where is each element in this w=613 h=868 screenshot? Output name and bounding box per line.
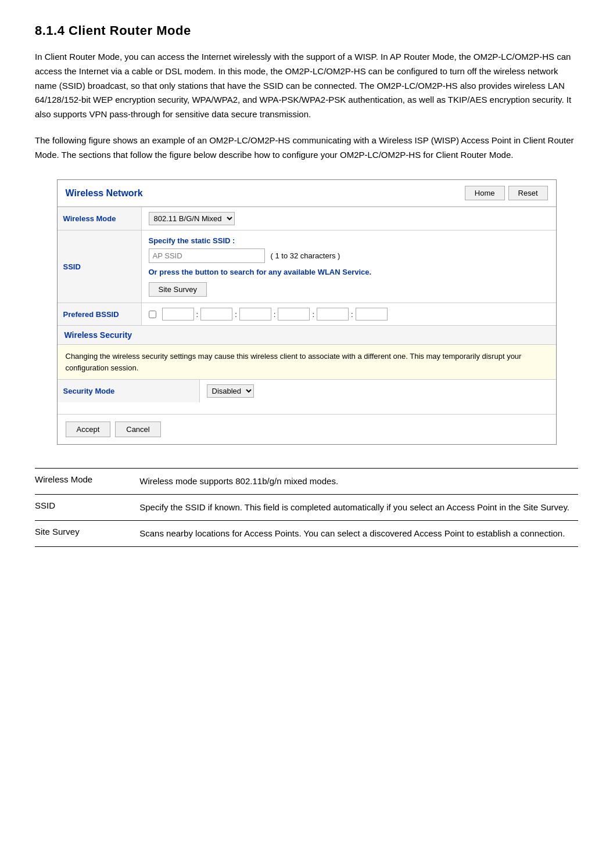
term-cell: Site Survey: [35, 521, 139, 547]
wireless-mode-select[interactable]: 802.11 B/G/N Mixed: [149, 212, 235, 225]
security-mode-label: Security Mode: [58, 380, 200, 402]
bssid-colon-3: :: [274, 310, 276, 319]
description-cell: Scans nearby locations for Access Points…: [139, 521, 578, 547]
reset-button[interactable]: Reset: [508, 186, 548, 200]
bssid-field-4[interactable]: [278, 308, 310, 320]
description-cell: Wireless mode supports 802.11b/g/n mixed…: [139, 469, 578, 495]
wireless-mode-value[interactable]: 802.11 B/G/N Mixed: [142, 207, 556, 230]
ssid-chars-hint: ( 1 to 32 characters ): [271, 251, 340, 260]
term-cell: Wireless Mode: [35, 469, 139, 495]
bssid-inputs: : : : : :: [142, 303, 556, 325]
following-paragraph: The following figure shows an example of…: [35, 134, 578, 163]
ssid-input[interactable]: [149, 248, 265, 263]
security-mode-value[interactable]: Disabled: [200, 380, 556, 402]
device-header-buttons: Home Reset: [465, 186, 548, 200]
bssid-field-3[interactable]: [239, 308, 271, 320]
ssid-input-row: ( 1 to 32 characters ): [149, 248, 549, 263]
page-title: 8.1.4 Client Router Mode: [35, 23, 578, 38]
ssid-section: Specify the static SSID : ( 1 to 32 char…: [142, 230, 556, 302]
site-survey-button[interactable]: Site Survey: [149, 282, 207, 297]
table-row: Site Survey Scans nearby locations for A…: [35, 521, 578, 547]
bssid-colon-4: :: [312, 310, 314, 319]
ssid-search-text: Or press the button to search for any av…: [149, 268, 549, 276]
wireless-mode-row: Wireless Mode 802.11 B/G/N Mixed: [58, 207, 556, 230]
bssid-field-1[interactable]: [162, 308, 194, 320]
device-header: Wireless Network Home Reset: [58, 180, 556, 207]
ssid-row: SSID Specify the static SSID : ( 1 to 32…: [58, 230, 556, 302]
description-cell: Specify the SSID if known. This field is…: [139, 495, 578, 521]
ssid-static-text: Specify the static SSID :: [149, 236, 549, 245]
preferred-bssid-row: Prefered BSSID : : : : :: [58, 302, 556, 325]
bssid-colon-1: :: [196, 310, 199, 319]
bssid-checkbox[interactable]: [149, 311, 156, 318]
action-buttons-row: Accept Cancel: [58, 414, 556, 444]
security-mode-select[interactable]: Disabled: [207, 384, 254, 398]
spacer: [58, 402, 556, 414]
bssid-colon-5: :: [351, 310, 353, 319]
table-row: SSID Specify the SSID if known. This fie…: [35, 495, 578, 521]
security-mode-row: Security Mode Disabled: [58, 379, 556, 402]
intro-paragraph: In Client Router Mode, you can access th…: [35, 50, 578, 122]
preferred-bssid-label: Prefered BSSID: [58, 303, 142, 325]
home-button[interactable]: Home: [465, 186, 505, 200]
bssid-field-2[interactable]: [200, 308, 232, 320]
device-body: Wireless Mode 802.11 B/G/N Mixed SSID Sp…: [58, 207, 556, 444]
wireless-security-heading: Wireless Security: [58, 325, 556, 344]
device-frame: Wireless Network Home Reset Wireless Mod…: [57, 179, 557, 445]
description-table: Wireless Mode Wireless mode supports 802…: [35, 468, 578, 547]
cancel-button[interactable]: Cancel: [115, 422, 160, 437]
bssid-field-5[interactable]: [317, 308, 349, 320]
bssid-field-6[interactable]: [356, 308, 388, 320]
site-survey-button-container: Site Survey: [149, 282, 549, 297]
warning-box: Changing the wireless security settings …: [58, 344, 556, 379]
term-cell: SSID: [35, 495, 139, 521]
table-row: Wireless Mode Wireless mode supports 802…: [35, 469, 578, 495]
wireless-mode-label: Wireless Mode: [58, 207, 142, 230]
bssid-colon-2: :: [235, 310, 237, 319]
ssid-label: SSID: [58, 230, 142, 302]
accept-button[interactable]: Accept: [66, 422, 111, 437]
device-header-title: Wireless Network: [66, 188, 143, 199]
